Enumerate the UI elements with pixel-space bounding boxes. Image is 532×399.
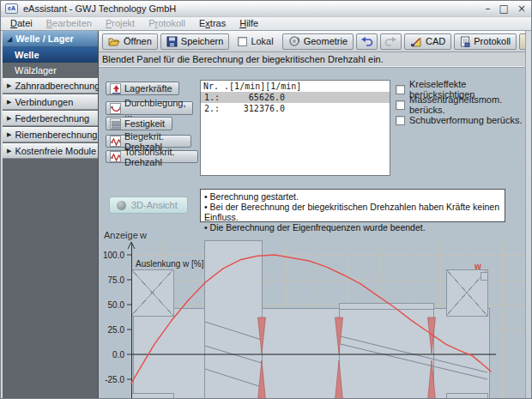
sidebar-item-riemenberechnung[interactable]: ▶ Riemenberechnung [3,127,98,142]
cad-button[interactable]: CAD [404,33,451,50]
sidebar-item-kostenfreie-module[interactable]: ▶ Kostenfreie Module [3,143,98,159]
minimize-button[interactable]: – [486,3,491,15]
menu-hilfe[interactable]: Hilfe [233,17,264,30]
menu-datei[interactable]: Datei [4,17,39,30]
menu-bearbeiten[interactable]: Bearbeiten [40,17,98,30]
collapsed-triangle-icon: ▶ [7,95,11,110]
table-row[interactable]: 1.: 65626.0 [201,92,390,103]
calculation-panel: Lagerkräfte Durchbiegung, ... Festigkeit… [99,67,525,399]
menu-bar: Datei Bearbeiten Projekt Protokoll Extra… [1,17,531,31]
save-button[interactable]: Speichern [160,33,230,50]
festigkeit-button[interactable]: Festigkeit [106,117,172,130]
protokoll-button[interactable]: Protokoll [454,33,517,50]
svg-text:-25.0: -25.0 [105,375,124,384]
status-hint: Blendet Panel für die Berechnung der bie… [99,52,525,67]
collapsed-triangle-icon: ▶ [7,144,11,159]
sidebar-item-zahnradberechnung[interactable]: ▶ Zahnradberechnung [3,78,98,94]
svg-text:100.0: 100.0 [103,251,124,260]
menu-projekt[interactable]: Projekt [100,17,141,30]
sidebar-item-federberechnung[interactable]: ▶ Federberechnung [3,111,98,126]
checkbox-icon [238,37,247,46]
strength-bars-icon [110,118,121,130]
collapsed-triangle-icon: ▶ [7,128,11,142]
undo-icon [360,36,373,46]
message-line: • Bei der Berechnung der biegekritischen… [204,202,501,222]
app-icon: eA [5,3,18,14]
checkbox-icon [396,100,405,110]
critical-speed-table: Nr. .[1/min][1/min] 1.: 65626.0 2.: 3123… [200,80,390,176]
main-area: Öffnen Speichern Lokal Geometrie [99,31,525,399]
svg-text:50.0: 50.0 [108,300,125,310]
redo-button[interactable] [380,33,402,50]
table-header: Nr. .[1/min][1/min] [201,81,390,92]
sidebar-item-welle[interactable]: Welle [3,47,98,63]
window-right-border [525,31,531,399]
bearing-forces-icon [110,83,121,94]
close-button[interactable]: × [517,3,526,15]
sphere-icon [117,201,126,210]
checkbox-icon [396,116,405,125]
toolbar: Öffnen Speichern Lokal Geometrie [99,31,525,52]
open-folder-icon [108,36,120,47]
bending-wave-icon [110,136,121,147]
massentraegheitsmom-checkbox[interactable]: Massenträgheitsmom. berücks. [396,97,525,112]
collapsed-triangle-icon: ▶ [7,112,11,126]
app-window: eA eAssistant - GWJ Technology GmbH – □ … [0,0,532,399]
sidebar-item-welle-lager[interactable]: ◢ Welle / Lager [3,31,98,47]
display-label: Anzeige [104,230,138,240]
menu-protokoll[interactable]: Protokoll [142,17,191,30]
floppy-disk-icon [166,36,178,47]
window-title: eAssistant - GWJ Technology GmbH [23,3,481,14]
3d-ansicht-button[interactable]: 3D-Ansicht [109,196,188,214]
title-bar: eA eAssistant - GWJ Technology GmbH – □ … [1,1,531,17]
sidebar: ◢ Welle / Lager Welle Wälzlager ▶ Zahnra… [3,31,99,399]
document-icon [460,36,470,47]
geometrie-button[interactable]: Geometrie [282,33,354,50]
open-button[interactable]: Öffnen [102,33,158,50]
schubverformung-checkbox[interactable]: Schubverformung berücks. [396,112,525,128]
torsion-wave-icon [110,151,121,162]
lokal-checkbox[interactable]: Lokal [234,36,276,46]
y-axis-ticks: 100.075.050.025.00.0-25.0 [103,251,131,384]
torsionskrit-drehzahl-button[interactable]: Torsionskrit. Drehzahl [106,150,198,163]
maximize-button[interactable]: □ [499,3,509,15]
table-row[interactable]: 2.: 312376.0 [201,103,390,114]
sidebar-item-verbindungen[interactable]: ▶ Verbindungen [3,94,98,110]
deflection-chart: 100.075.050.025.00.0-25.0 Anzeige w Ausl… [99,226,525,399]
cad-icon [410,36,422,47]
svg-text:25.0: 25.0 [108,325,125,335]
undo-button[interactable] [356,33,378,50]
calculation-messages: • Berechnung gestartet. • Bei der Berech… [200,189,505,222]
options-group: Kreiseleffekte berücksichtigen Massenträ… [396,82,525,128]
redo-icon [384,36,397,46]
legend-w: w [474,262,481,271]
checkbox-icon [396,85,405,94]
menu-extras[interactable]: Extras [193,17,232,30]
message-line: • Berechnung gestartet. [204,191,501,202]
geometry-gear-icon [288,35,300,47]
y-axis-label: Auslenkung w [%] [136,259,204,269]
svg-text:0.0: 0.0 [112,350,124,360]
expanded-triangle-icon: ◢ [7,31,12,47]
collapsed-triangle-icon: ▶ [7,79,11,94]
display-value[interactable]: w [139,230,147,240]
durchbiegung-button[interactable]: Durchbiegung, ... [106,101,193,115]
svg-text:75.0: 75.0 [108,275,125,285]
lagerkraefte-button[interactable]: Lagerkräfte [106,82,179,95]
sidebar-item-waelzlager[interactable]: Wälzlager [3,63,98,78]
deflection-curve-icon [110,103,121,114]
